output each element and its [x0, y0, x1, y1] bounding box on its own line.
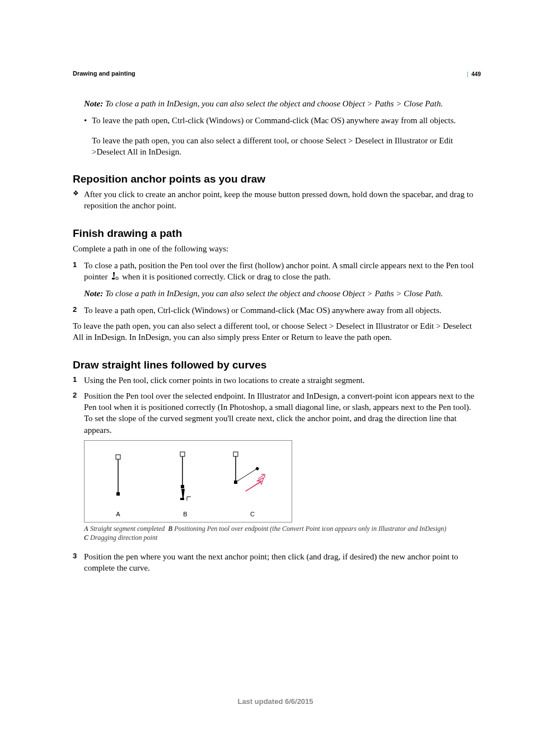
list-text: Position the pen where you want the next…	[84, 551, 478, 574]
list-marker: 3	[73, 551, 84, 574]
caption-b: Positioning Pen tool over endpoint (the …	[174, 525, 446, 533]
caption-c-key: C	[84, 534, 88, 542]
list-marker: 1	[73, 375, 84, 386]
bullet-marker: •	[84, 115, 92, 126]
note-label: Note:	[84, 99, 105, 108]
finish-intro: Complete a path in one of the following …	[73, 243, 478, 254]
figure-wrap: A B	[84, 440, 478, 522]
figure-label-a: A	[116, 511, 120, 522]
figure-caption: A Straight segment completed B Positioni…	[84, 525, 476, 542]
intro-note-text: To close a path in InDesign, you can als…	[105, 99, 443, 108]
figure-label-c: C	[250, 511, 255, 522]
caption-a: Straight segment completed	[90, 525, 165, 533]
list-text: Position the Pen tool over the selected …	[84, 390, 478, 436]
figure: A B	[84, 440, 292, 522]
list-marker: 2	[73, 305, 84, 316]
figure-c-art	[224, 447, 280, 503]
list-item: 2 Position the Pen tool over the selecte…	[73, 390, 478, 436]
finish-note: Note: To close a path in InDesign, you c…	[84, 288, 478, 299]
caption-b-key: B	[168, 525, 172, 533]
svg-rect-8	[180, 498, 184, 500]
caption-c: Dragging direction point	[90, 534, 157, 542]
list-item: 2 To leave a path open, Ctrl-click (Wind…	[73, 305, 478, 316]
section-heading-reposition: Reposition anchor points as you draw	[73, 173, 478, 185]
page-number: 449	[467, 72, 481, 77]
finish-note-text: To close a path in InDesign, you can als…	[105, 289, 443, 298]
bullet-subtext: To leave the path open, you can also sel…	[92, 135, 478, 158]
svg-rect-13	[255, 467, 259, 471]
breadcrumb: Drawing and painting	[73, 70, 478, 77]
bullet-text: To leave the path open, Ctrl-click (Wind…	[92, 115, 478, 126]
diamond-item: ❖ After you click to create an anchor po…	[73, 189, 478, 212]
svg-line-12	[236, 469, 257, 482]
diamond-text: After you click to create an anchor poin…	[84, 189, 478, 212]
svg-rect-7	[181, 485, 184, 488]
list-text: Using the Pen tool, click corner points …	[84, 375, 478, 386]
list-marker: 2	[73, 390, 84, 436]
page: 449 Drawing and painting Note: To close …	[0, 0, 534, 745]
figure-b-art	[171, 447, 199, 503]
footer: Last updated 6/6/2015	[73, 697, 478, 711]
diamond-marker: ❖	[73, 189, 84, 212]
intro-note: Note: To close a path in InDesign, you c…	[84, 98, 478, 109]
section-heading-finish: Finish drawing a path	[73, 227, 478, 240]
svg-rect-6	[180, 452, 185, 456]
figure-label-b: B	[183, 511, 187, 522]
list-item: 3 Position the pen where you want the ne…	[73, 551, 478, 574]
svg-rect-0	[112, 278, 115, 279]
section-heading-draw: Draw straight lines followed by curves	[73, 359, 478, 371]
figure-a-art	[107, 450, 129, 501]
svg-rect-10	[233, 452, 238, 456]
list-text: To close a path, position the Pen tool o…	[84, 260, 478, 283]
list-item: 1 Using the Pen tool, click corner point…	[73, 375, 478, 386]
step1b: when it is positioned correctly. Click o…	[122, 272, 331, 281]
svg-point-1	[116, 277, 119, 280]
finish-tail: To leave the path open, you can also sel…	[73, 320, 478, 343]
list-marker: 1	[73, 260, 84, 283]
list-text: To leave a path open, Ctrl-click (Window…	[84, 305, 478, 316]
svg-rect-3	[116, 455, 120, 459]
list-item: 1 To close a path, position the Pen tool…	[73, 260, 478, 283]
pen-close-icon	[111, 272, 119, 283]
svg-rect-4	[116, 492, 120, 496]
caption-a-key: A	[84, 525, 88, 533]
bullet-item: • To leave the path open, Ctrl-click (Wi…	[84, 115, 478, 126]
note-label: Note:	[84, 289, 105, 298]
